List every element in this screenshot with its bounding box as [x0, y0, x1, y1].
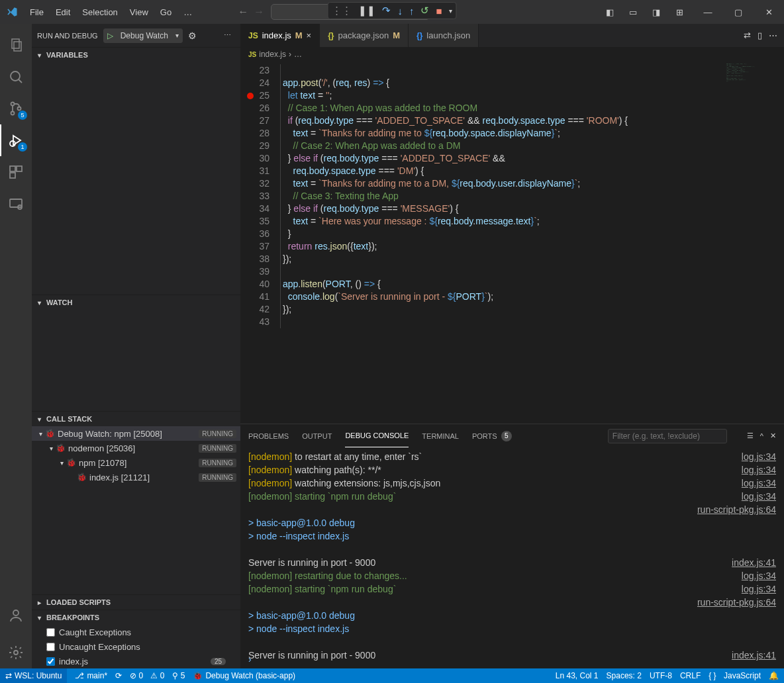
activity-search[interactable]	[0, 61, 32, 93]
menu-view[interactable]: View	[124, 0, 154, 24]
line-gutter[interactable]: 2324252627282930313233343536373839404142…	[240, 62, 280, 424]
source-link[interactable]: run-script-pkg.js:64	[697, 596, 776, 609]
source-link[interactable]: log.js:34	[742, 450, 776, 463]
source-link[interactable]: log.js:34	[742, 463, 776, 477]
bp-caught-checkbox[interactable]	[46, 628, 55, 637]
breakpoint-icon[interactable]	[247, 93, 254, 99]
debug-console[interactable]: [nodemon] to restart at any time, enter …	[240, 447, 784, 668]
activity-settings[interactable]	[0, 637, 32, 668]
console-prompt-icon[interactable]: ›	[248, 653, 252, 666]
more-icon[interactable]: ⋯	[769, 30, 777, 40]
menu-more[interactable]: …	[177, 0, 198, 24]
tab-indexjs[interactable]: JSindex.jsM×	[240, 24, 320, 47]
status-sync[interactable]: ⟳	[115, 671, 122, 680]
maximize-panel-icon[interactable]: ^	[760, 432, 763, 440]
bp-uncaught-checkbox[interactable]	[46, 643, 55, 651]
close-icon[interactable]: ✕	[754, 0, 784, 24]
callstack-item[interactable]: ▾🐞nodemon [25036]RUNNING	[32, 441, 240, 455]
panel-tab-debug-console[interactable]: DEBUG CONSOLE	[345, 424, 409, 447]
activity-remote[interactable]	[0, 188, 32, 220]
nav-forward-icon[interactable]: →	[254, 6, 264, 18]
console-filter-input[interactable]	[608, 429, 727, 443]
panel-tab-terminal[interactable]: TERMINAL	[422, 424, 459, 447]
source-link[interactable]: log.js:34	[742, 477, 776, 490]
activity-debug[interactable]: 1	[0, 124, 32, 156]
section-loaded-scripts[interactable]: ▸LOADED SCRIPTS	[32, 595, 240, 610]
debug-step-over-icon[interactable]: ↷	[382, 5, 391, 17]
toggle-panel-right-icon[interactable]: ◨	[646, 3, 667, 21]
menu-selection[interactable]: Selection	[76, 0, 123, 24]
section-callstack[interactable]: ▾CALL STACK	[32, 412, 240, 426]
status-debug[interactable]: 🐞Debug Watch (basic-app)	[193, 671, 295, 680]
menu-file[interactable]: File	[24, 0, 50, 24]
chevron-down-icon[interactable]: ▾	[449, 7, 452, 15]
split-icon[interactable]: ▯	[758, 30, 762, 40]
debug-toolbar[interactable]: ⋮⋮ ❚❚ ↷ ↓ ↑ ↺ ■ ▾	[327, 2, 456, 19]
drag-handle-icon[interactable]: ⋮⋮	[332, 5, 352, 17]
breadcrumb-more[interactable]: …	[294, 50, 302, 59]
close-panel-icon[interactable]: ✕	[770, 432, 776, 440]
debug-restart-icon[interactable]: ↺	[420, 5, 429, 17]
source-link[interactable]: log.js:34	[742, 582, 776, 596]
activity-extensions[interactable]	[0, 156, 32, 188]
source-link[interactable]: log.js:34	[742, 490, 776, 503]
status-eol[interactable]: CRLF	[680, 671, 701, 680]
start-debug-icon[interactable]: ▷	[104, 31, 117, 40]
status-problems[interactable]: ⊘ 0 ⚠ 0	[130, 671, 164, 680]
status-branch[interactable]: ⎇main*	[75, 671, 107, 680]
minimap[interactable]: app.post('/', (req, res) => { let text =…	[724, 62, 784, 424]
source-link[interactable]: index.js:41	[732, 556, 776, 569]
callstack-item[interactable]: ▾🐞Debug Watch: npm [25008]RUNNING	[32, 426, 240, 441]
minimize-icon[interactable]: —	[693, 0, 723, 24]
tab-packagejson[interactable]: {}package.jsonM	[320, 24, 409, 47]
launch-config-selector[interactable]: ▷ Debug Watch ▾	[103, 28, 183, 43]
nav-back-icon[interactable]: ←	[238, 6, 248, 18]
activity-explorer[interactable]	[0, 29, 32, 61]
section-watch[interactable]: ▾WATCH	[32, 295, 240, 310]
menu-go[interactable]: Go	[154, 0, 177, 24]
bp-file-checkbox[interactable]	[46, 657, 55, 666]
status-encoding[interactable]: UTF-8	[650, 671, 672, 680]
code-area[interactable]: app.post('/', (req, res) => { let text =…	[280, 62, 784, 424]
bp-caught[interactable]: Caught Exceptions	[32, 625, 240, 639]
gear-icon[interactable]: ⚙	[188, 30, 197, 41]
tab-launchjson[interactable]: {}launch.json	[409, 24, 479, 47]
callstack-item[interactable]: 🐞index.js [21121]RUNNING	[32, 470, 240, 484]
bp-file[interactable]: index.js25	[32, 654, 240, 668]
debug-step-into-icon[interactable]: ↓	[397, 5, 403, 17]
editor[interactable]: 2324252627282930313233343536373839404142…	[240, 62, 784, 424]
panel-tab-output[interactable]: OUTPUT	[302, 424, 332, 447]
maximize-icon[interactable]: ▢	[723, 0, 754, 24]
debug-stop-icon[interactable]: ■	[436, 5, 442, 17]
status-ports[interactable]: ⚲ 5	[172, 671, 185, 680]
chevron-down-icon[interactable]: ▾	[172, 32, 182, 39]
more-icon[interactable]: ⋯	[220, 31, 235, 40]
close-tab-icon[interactable]: ×	[307, 30, 312, 40]
section-variables[interactable]: ▾VARIABLES	[32, 48, 240, 62]
status-remote[interactable]: ⇄WSL: Ubuntu	[0, 668, 67, 683]
section-breakpoints[interactable]: ▾BREAKPOINTS	[32, 610, 240, 625]
status-spaces[interactable]: Spaces: 2	[607, 671, 642, 680]
source-link[interactable]: run-script-pkg.js:64	[697, 503, 776, 516]
debug-pause-icon[interactable]: ❚❚	[358, 5, 375, 17]
callstack-item[interactable]: ▾🐞npm [21078]RUNNING	[32, 455, 240, 470]
tree-view-icon[interactable]: ☰	[747, 432, 754, 440]
panel-tab-problems[interactable]: PROBLEMS	[248, 424, 289, 447]
source-link[interactable]: index.js:41	[732, 649, 776, 662]
customize-layout-icon[interactable]: ⊞	[669, 3, 690, 21]
panel-tab-ports[interactable]: PORTS5	[472, 424, 512, 447]
status-notifications[interactable]: 🔔	[769, 671, 779, 680]
breadcrumb-file[interactable]: index.js	[259, 50, 286, 59]
activity-account[interactable]	[0, 600, 32, 631]
status-position[interactable]: Ln 43, Col 1	[556, 671, 599, 680]
toggle-panel-left-icon[interactable]: ◧	[599, 3, 620, 21]
breadcrumb[interactable]: JS index.js › …	[240, 47, 784, 62]
source-link[interactable]: log.js:34	[742, 569, 776, 582]
activity-scm[interactable]: 5	[0, 93, 32, 124]
menu-edit[interactable]: Edit	[50, 0, 76, 24]
debug-step-out-icon[interactable]: ↑	[409, 5, 415, 17]
bp-uncaught[interactable]: Uncaught Exceptions	[32, 639, 240, 654]
toggle-panel-bottom-icon[interactable]: ▭	[622, 3, 644, 21]
compare-icon[interactable]: ⇄	[744, 30, 751, 40]
status-lang[interactable]: { } JavaScript	[709, 671, 761, 680]
